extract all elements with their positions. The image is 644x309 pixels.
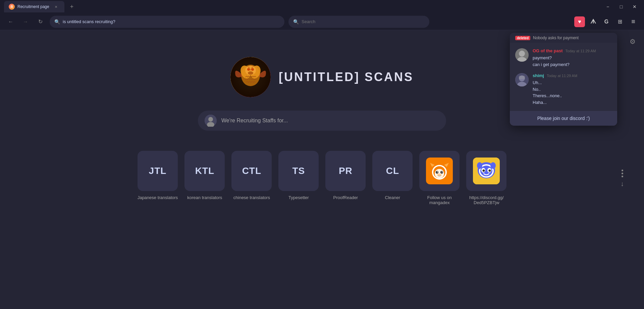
svg-point-21 (437, 172, 438, 173)
role-label-pr: ProofReader (333, 195, 358, 200)
role-box-follow (419, 151, 460, 191)
refresh-button[interactable]: ↻ (35, 16, 46, 27)
address-input[interactable] (63, 19, 280, 24)
shimj-message-text: Uh... No.. Theres...none.. Haha... (533, 79, 612, 106)
role-card-jtl[interactable]: JTL Japanese translators (138, 151, 178, 200)
og-username: OG of the past (533, 48, 563, 53)
scroll-indicator: ↓ (621, 170, 624, 188)
role-card-ktl[interactable]: KTL korean translators (184, 151, 225, 200)
recruiting-banner: We're Recruiting Staffs for... (198, 111, 446, 131)
nav-actions: ♥ ᗑ G ⊞ ≡ (574, 16, 639, 27)
scroll-dot-2 (622, 173, 623, 174)
title-bar: R Recruitment page ✕ + − □ ✕ (0, 0, 644, 13)
og-timestamp: Today at 11:29 AM (566, 49, 596, 53)
tab-close-button[interactable]: ✕ (53, 4, 59, 9)
svg-rect-42 (519, 76, 525, 79)
role-label-ktl: korean translators (187, 195, 222, 200)
role-box-jtl: JTL (138, 151, 178, 191)
shimj-message-header: shimj Today at 11:29 AM (533, 73, 612, 78)
g-icon-button[interactable]: G (601, 16, 612, 27)
search-icon: 🔍 (54, 19, 60, 24)
svg-point-37 (519, 51, 525, 57)
forward-button[interactable]: → (20, 16, 31, 27)
role-card-ts[interactable]: TS Typesetter (278, 151, 319, 200)
heart-button[interactable]: ♥ (574, 16, 585, 27)
scroll-dot-3 (622, 176, 623, 177)
discord-message-og: OG of the past Today at 11:29 AM payment… (515, 48, 612, 68)
settings-gear-icon[interactable]: ⚙ (627, 36, 639, 48)
svg-point-35 (490, 162, 496, 169)
search-bar[interactable]: 🔍 (288, 16, 429, 28)
shimj-message-content: shimj Today at 11:29 AM Uh... No.. There… (533, 73, 612, 106)
group-title: [UNTITLED] SCANS (279, 70, 414, 84)
discord-message-shimj: shimj Today at 11:29 AM Uh... No.. There… (515, 73, 612, 106)
role-card-discord[interactable]: https://discord.gg/Ded5PZBTjw (466, 151, 506, 205)
role-label-jtl: Japanese translators (138, 195, 178, 200)
main-content: ⚙ (0, 30, 644, 309)
og-message-content: OG of the past Today at 11:29 AM payment… (533, 48, 612, 68)
discord-messages: OG of the past Today at 11:29 AM payment… (510, 43, 617, 111)
discord-icon-button[interactable]: ᗑ (588, 16, 598, 27)
role-label-ts: Typesetter (288, 195, 309, 200)
banner-avatar (205, 115, 217, 127)
minimize-button[interactable]: − (602, 1, 613, 12)
role-box-cl: CL (372, 151, 413, 191)
role-label-cl: Cleaner (385, 195, 400, 200)
address-bar[interactable]: 🔍 (50, 16, 284, 28)
role-cards: JTL Japanese translators KTL korean tran… (138, 151, 507, 205)
tab-favicon: R (9, 4, 15, 10)
back-button[interactable]: ← (5, 16, 16, 27)
menu-button[interactable]: ≡ (628, 16, 639, 27)
role-card-follow[interactable]: Follow us onmangadex (419, 151, 460, 205)
shimj-username: shimj (533, 73, 544, 78)
system-message: deleted Nobody asks for payment (510, 33, 617, 43)
shimj-avatar (515, 73, 529, 86)
scroll-dots (622, 170, 623, 177)
role-box-ktl: KTL (184, 151, 225, 191)
role-card-cl[interactable]: CL Cleaner (372, 151, 413, 200)
scroll-arrow-icon: ↓ (621, 180, 624, 188)
svg-point-33 (489, 170, 491, 172)
role-card-ctl[interactable]: CTL chinese translators (231, 151, 272, 200)
svg-point-32 (483, 170, 485, 172)
grid-icon-button[interactable]: ⊞ (614, 16, 625, 27)
shimj-timestamp: Today at 11:29 AM (547, 74, 577, 78)
group-avatar (230, 57, 271, 97)
maximize-button[interactable]: □ (616, 1, 627, 12)
system-message-text: Nobody asks for payment (533, 36, 579, 40)
svg-point-34 (477, 162, 482, 169)
svg-point-22 (442, 172, 443, 173)
og-message-header: OG of the past Today at 11:29 AM (533, 48, 612, 53)
deleted-tag: deleted (515, 36, 530, 40)
new-tab-button[interactable]: + (67, 2, 76, 11)
role-label-follow: Follow us onmangadex (427, 195, 452, 205)
svg-point-7 (248, 71, 253, 75)
role-box-discord (466, 151, 506, 191)
role-label-discord: https://discord.gg/Ded5PZBTjw (469, 195, 504, 205)
scroll-dot-1 (622, 170, 623, 171)
banner-text: We're Recruiting Staffs for... (221, 118, 288, 124)
window-controls: − □ ✕ (602, 1, 640, 12)
search-input[interactable] (302, 19, 425, 24)
discord-overlay: deleted Nobody asks for payment (510, 33, 617, 126)
close-button[interactable]: ✕ (629, 1, 640, 12)
role-card-pr[interactable]: PR ProofReader (325, 151, 366, 200)
svg-point-9 (208, 117, 213, 122)
search-icon-nav: 🔍 (293, 19, 299, 24)
role-box-ts: TS (278, 151, 319, 191)
og-message-text: payment? can i get payment? (533, 55, 612, 68)
role-box-ctl: CTL (231, 151, 272, 191)
browser-frame: R Recruitment page ✕ + − □ ✕ ← → ↻ 🔍 🔍 ♥… (0, 0, 644, 309)
group-header: [UNTITLED] SCANS (230, 57, 414, 97)
svg-point-24 (437, 174, 442, 176)
role-box-pr: PR (325, 151, 366, 191)
og-avatar (515, 48, 529, 62)
discord-footer: Please join our discord :') (510, 111, 617, 126)
tab-title: Recruitment page (17, 4, 49, 9)
browser-tab[interactable]: R Recruitment page ✕ (4, 1, 64, 12)
nav-bar: ← → ↻ 🔍 🔍 ♥ ᗑ G ⊞ ≡ (0, 13, 644, 30)
role-label-ctl: chinese translators (233, 195, 270, 200)
